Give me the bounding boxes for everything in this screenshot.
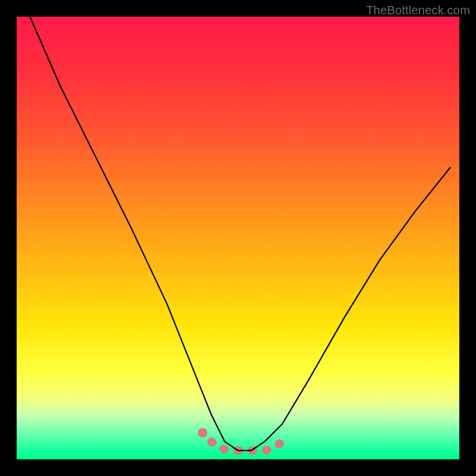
watermark-text: TheBottleneck.com [366, 4, 470, 17]
chart-plot-area [17, 17, 459, 459]
chart-frame: TheBottleneck.com [0, 0, 476, 476]
chart-svg [17, 17, 459, 459]
flat-minimum-dotted [211, 441, 282, 450]
dot-accent-left [198, 428, 208, 437]
bottleneck-curve [30, 17, 450, 450]
